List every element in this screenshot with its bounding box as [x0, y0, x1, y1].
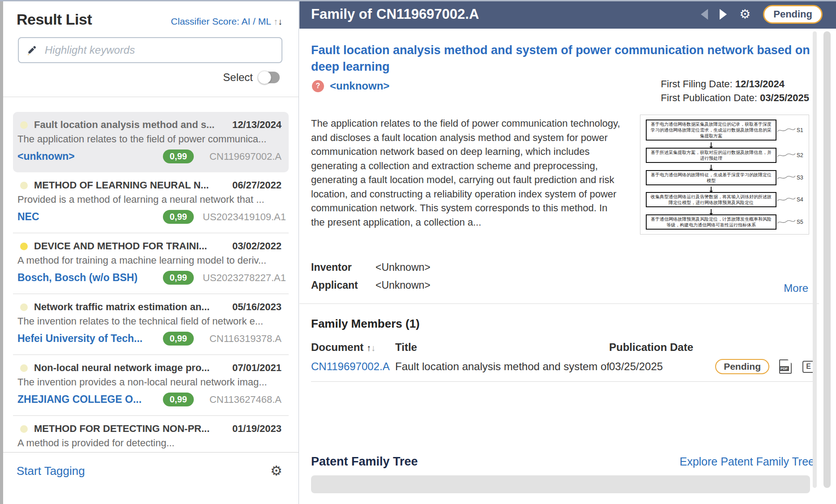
settings-gear-icon[interactable]: ⚙ [270, 464, 282, 478]
highlight-keywords-input[interactable] [45, 44, 274, 56]
result-doc-number: US2023419109.A1 [203, 211, 282, 223]
window-left-scrollbar[interactable] [0, 0, 3, 504]
patent-figure-flowchart: 基于电力通信网络数据采集及故障定位的记录，获取基于深度学习的通信网络故障定位需求… [640, 115, 809, 235]
result-title: Non-local neural network image pro... [34, 362, 226, 374]
start-tagging-link[interactable]: Start Tagging [17, 464, 85, 478]
flowchart-step-label: S3 [797, 175, 803, 181]
patent-title-link[interactable]: Fault location analysis method and syste… [311, 42, 817, 75]
previous-arrow-icon[interactable] [701, 9, 708, 20]
result-doc-number: CN116319378.A [203, 333, 282, 345]
flowchart-step-box: 基于电力通信网络数据采集及故障定位的记录，获取基于深度学习的通信网络故障定位需求… [646, 120, 776, 141]
result-list-footer: Start Tagging ⚙ [3, 452, 299, 504]
sort-down-icon[interactable]: ↓ [278, 17, 282, 26]
result-item-5[interactable]: Non-local neural network image pro... 07… [13, 355, 289, 415]
applicant-label: Applicant [311, 279, 375, 291]
column-sort-down-icon[interactable]: ↓ [371, 343, 375, 353]
family-member-date: 03/25/2025 [609, 360, 712, 373]
pdf-label: PDF [779, 366, 789, 371]
result-list: Fault location analysis method and s... … [3, 98, 299, 452]
result-snippet: The invention provides a non-local neura… [17, 376, 282, 388]
inventor-value: <Unknown> [375, 261, 431, 273]
result-date: 12/13/2024 [232, 119, 282, 131]
first-filing-label: First Filing Date: [661, 78, 733, 90]
panel-title: Result List [17, 11, 92, 28]
family-member-row: CN119697002.A Fault location analysis me… [311, 359, 815, 374]
column-sort-up-icon[interactable]: ↑ [367, 343, 371, 353]
flowchart-step-label: S1 [797, 127, 803, 133]
first-publication-value: 03/25/2025 [760, 92, 809, 103]
family-member-status-badge: Pending [715, 359, 769, 374]
family-member-title: Fault location analysis method and syste… [395, 360, 609, 373]
flowchart-arrow [646, 186, 806, 191]
result-date: 06/27/2022 [232, 179, 282, 191]
family-members-table-header: Document ↑↓ Title Publication Date [311, 341, 815, 354]
result-item-6[interactable]: METHOD FOR DETECTING NON-PR... 01/19/202… [13, 415, 289, 452]
select-toggle[interactable] [259, 72, 280, 83]
score-badge: 0,99 [163, 271, 194, 285]
highlight-keywords-box [18, 37, 282, 63]
flowchart-arrow [646, 164, 806, 169]
result-title: Network traffic matrix estimation an... [34, 301, 226, 313]
first-publication-label: First Publication Date: [661, 92, 757, 103]
result-assignee-link[interactable]: Bosch, Bosch (w/o BSH) [17, 272, 163, 284]
score-badge: 0,99 [163, 332, 194, 346]
header-gear-icon[interactable]: ⚙ [739, 8, 751, 21]
patent-assignee-link[interactable]: <unknown> [330, 80, 389, 92]
family-tree-placeholder-bar [311, 475, 810, 493]
page-scrollbar[interactable] [823, 31, 831, 488]
result-doc-number: US2023278227.A1 [203, 272, 282, 284]
patent-dates: First Filing Date: 12/13/2024 First Publ… [661, 77, 809, 105]
result-item-1[interactable]: Fault location analysis method and s... … [13, 112, 289, 172]
status-dot-icon [20, 121, 28, 129]
applicant-value: <Unknown> [375, 279, 431, 291]
status-dot-icon [20, 303, 28, 311]
flowchart-step-box: 基于电力通信网络的故障特征，生成基于深度学习的故障定位模型 [646, 170, 776, 185]
flowchart-step-label: S2 [797, 152, 803, 158]
question-icon: ? [312, 80, 324, 92]
result-item-4[interactable]: Network traffic matrix estimation an... … [13, 294, 289, 355]
result-assignee-link[interactable]: Hefei University of Tech... [17, 333, 163, 345]
status-dot-icon [20, 243, 28, 250]
family-members-title: Family Members (1) [311, 317, 420, 331]
window-top-edge [0, 0, 836, 1]
status-dot-icon [20, 425, 28, 433]
status-dot-icon [20, 182, 28, 189]
result-assignee-link[interactable]: NEC [17, 211, 163, 223]
pdf-download-icon[interactable]: PDF [779, 359, 792, 374]
result-date: 05/16/2023 [232, 301, 282, 313]
classifier-sort-link[interactable]: Classifier Score: AI / ML ↑↓ [171, 16, 282, 27]
explore-family-tree-link[interactable]: Explore Patent Family Tree [679, 455, 815, 468]
result-doc-number: CN113627468.A [203, 394, 282, 406]
first-filing-value: 12/13/2024 [735, 78, 785, 90]
result-title: METHOD FOR DETECTING NON-PR... [34, 423, 226, 435]
family-detail-panel: Family of CN119697002.A ⚙ Pending Fault … [299, 0, 836, 504]
result-item-2[interactable]: METHOD OF LEARNING NEURAL N... 06/27/202… [13, 172, 289, 233]
family-header-bar: Family of CN119697002.A ⚙ Pending [299, 0, 836, 29]
result-item-3[interactable]: DEVICE AND METHOD FOR TRAINI... 03/02/20… [13, 233, 289, 294]
select-label: Select [223, 71, 253, 84]
result-list-panel: Result List Classifier Score: AI / ML ↑↓… [3, 0, 299, 504]
more-link[interactable]: More [784, 282, 808, 295]
next-arrow-icon[interactable] [720, 9, 727, 20]
row-divider [311, 381, 815, 382]
column-publication-date: Publication Date [609, 341, 712, 354]
patent-abstract: The application relates to the field of … [311, 116, 623, 229]
family-detail-body: Fault location analysis method and syste… [299, 29, 836, 504]
flowchart-step-label: S5 [797, 219, 803, 225]
result-title: DEVICE AND METHOD FOR TRAINI... [34, 240, 226, 252]
sort-up-icon[interactable]: ↑ [273, 17, 278, 26]
header-status-badge: Pending [763, 5, 823, 24]
result-date: 01/19/2023 [232, 423, 282, 435]
inner-scrollbar[interactable] [813, 31, 817, 488]
result-assignee-link[interactable]: <unknown> [17, 150, 163, 162]
result-date: 03/02/2022 [232, 240, 282, 252]
result-title: Fault location analysis method and s... [34, 119, 226, 131]
family-member-doc-link[interactable]: CN119697002.A [311, 360, 395, 373]
flowchart-step-label: S4 [797, 196, 803, 203]
family-title-docnumber: CN119697002.A [376, 6, 479, 22]
patent-family-tree-title: Patent Family Tree [311, 455, 418, 469]
classifier-sort-label: Classifier Score: AI / ML [171, 16, 271, 26]
result-doc-number: CN119697002.A [203, 151, 282, 162]
flowchart-step-box: 收集典型通信网络运行及告警数据，将其输入训练好的所述故障定位模型，进行网络故障预… [646, 192, 776, 207]
result-assignee-link[interactable]: ZHEJIANG COLLEGE O... [17, 393, 163, 406]
